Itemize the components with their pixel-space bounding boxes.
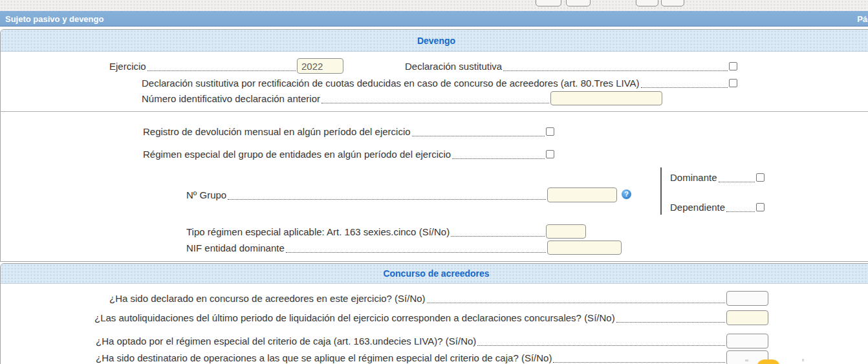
ejercicio-row: Ejercicio (109, 58, 343, 74)
dot-leader (641, 78, 728, 88)
dependiente-row: Dependiente (670, 199, 765, 215)
nif-dominante-input[interactable] (547, 241, 622, 255)
devengo-section-header: Devengo (1, 30, 868, 52)
registro-devolucion-checkbox[interactable] (546, 127, 554, 136)
concurso-question-label: ¿Las autoliquidaciones del último period… (94, 312, 616, 323)
numero-identificativo-row: Número identificativo declaración anteri… (142, 91, 662, 106)
regimen-grupo-label: Régimen especial del grupo de entidades … (143, 149, 452, 160)
concurso-question-row: ¿Ha optado por el régimen especial del c… (96, 333, 768, 348)
dot-leader (321, 94, 549, 103)
dot-leader (228, 190, 546, 200)
help-icon[interactable]: ? (622, 189, 631, 199)
dominante-row: Dominante (670, 169, 765, 185)
n-grupo-input[interactable] (547, 187, 617, 202)
concurso-question-label: ¿Ha sido destinatario de operaciones a l… (96, 352, 553, 363)
concurso-question-input[interactable] (726, 291, 768, 306)
nif-dominante-row: NIF entidad dominante (186, 240, 622, 255)
dot-leader (452, 149, 545, 159)
dominante-checkbox[interactable] (756, 173, 765, 182)
concurso-question-row: ¿Ha sido declarado en concurso de acreed… (109, 290, 768, 306)
dot-leader (451, 227, 545, 237)
section-title-bar: Sujeto pasivo y devengo Pág (0, 11, 868, 27)
declaracion-rectificacion-row: Declaración sustitutiva por rectificació… (142, 75, 737, 91)
concurso-question-input[interactable] (726, 334, 768, 348)
dependiente-checkbox[interactable] (756, 203, 765, 211)
dot-leader (726, 202, 755, 212)
dot-leader (503, 61, 728, 71)
toolbar-button-partial[interactable] (661, 0, 684, 6)
registro-devolucion-row: Registro de devolución mensual en algún … (143, 123, 554, 139)
declaracion-rectificacion-checkbox[interactable] (729, 79, 737, 87)
concurso-section: Concurso de acreedores ¿Ha sido declarad… (0, 263, 868, 364)
dot-leader (719, 173, 755, 182)
ejercicio-label: Ejercicio (109, 61, 147, 72)
n-grupo-row: Nº Grupo (186, 187, 617, 202)
declaracion-sustitutiva-label: Declaración sustitutiva (405, 61, 503, 72)
dot-leader (477, 336, 725, 346)
regimen-grupo-row: Régimen especial del grupo de entidades … (143, 146, 554, 162)
n-grupo-label: Nº Grupo (186, 189, 228, 200)
tipo-regimen-label: Tipo régimen especial aplicable: Art. 16… (186, 226, 451, 237)
concurso-section-header: Concurso de acreedores (1, 264, 868, 284)
screen-artifact (745, 359, 748, 361)
dot-leader (553, 353, 725, 363)
numero-identificativo-label: Número identificativo declaración anteri… (142, 93, 321, 104)
declaracion-rectificacion-label: Declaración sustitutiva por rectificació… (142, 78, 641, 89)
page-title: Sujeto pasivo y devengo (5, 14, 103, 24)
screen-artifact (802, 359, 804, 361)
dot-leader (616, 313, 725, 323)
tipo-regimen-row: Tipo régimen especial aplicable: Art. 16… (186, 224, 586, 239)
toolbar-button-partial[interactable] (636, 0, 658, 6)
dominante-label: Dominante (670, 172, 719, 183)
page-indicator-label: Pág (857, 14, 868, 24)
dot-leader (427, 294, 725, 303)
concurso-question-input[interactable] (726, 310, 768, 325)
concurso-section-title: Concurso de acreedores (383, 268, 489, 279)
regimen-grupo-checkbox[interactable] (546, 150, 554, 158)
ejercicio-input[interactable] (297, 58, 343, 74)
nif-dominante-label: NIF entidad dominante (186, 242, 286, 253)
concurso-question-row: ¿Ha sido destinatario de operaciones a l… (96, 350, 768, 364)
concurso-question-label: ¿Ha optado por el régimen especial del c… (96, 336, 477, 347)
toolbar-button-partial[interactable] (566, 0, 591, 6)
top-toolbar (0, 0, 868, 11)
toolbar-button-partial[interactable] (536, 0, 561, 6)
devengo-section: Devengo Ejercicio Declaración sustitutiv… (0, 29, 868, 262)
concurso-question-label: ¿Ha sido declarado en concurso de acreed… (109, 293, 427, 304)
tipo-regimen-input[interactable] (546, 224, 586, 239)
section-divider (0, 111, 868, 112)
numero-identificativo-input[interactable] (550, 91, 662, 105)
registro-devolucion-label: Registro de devolución mensual en algún … (143, 126, 412, 137)
declaracion-sustitutiva-row: Declaración sustitutiva (405, 58, 737, 74)
dependiente-label: Dependiente (670, 202, 726, 213)
group-separator-line (660, 167, 662, 215)
dot-leader (412, 127, 545, 136)
devengo-section-title: Devengo (417, 36, 455, 46)
warning-icon-partial (757, 359, 780, 364)
dot-leader (147, 61, 296, 71)
tax-form-page: Sujeto pasivo y devengo Pág Devengo Ejer… (0, 0, 868, 364)
dot-leader (286, 243, 546, 253)
concurso-question-row: ¿Las autoliquidaciones del último period… (94, 310, 768, 325)
declaracion-sustitutiva-checkbox[interactable] (729, 62, 737, 70)
